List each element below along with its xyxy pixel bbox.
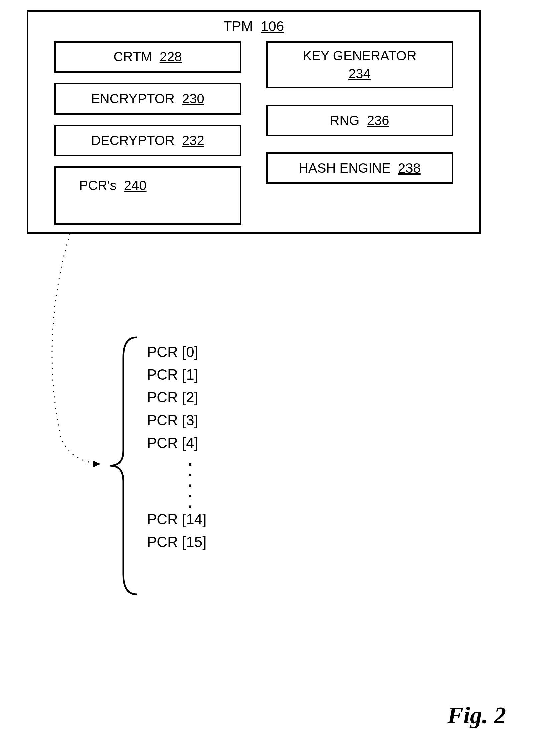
left-column: CRTM 228 ENCRYPTOR 230 DECRYPTOR 232 PCR…	[54, 41, 241, 225]
pcr-item: PCR [3]	[147, 409, 207, 432]
right-column: KEY GENERATOR234 RNG 236 HASH ENGINE 238	[266, 41, 453, 225]
tpm-container: TPM 106 CRTM 228 ENCRYPTOR 230 DECRYPTOR…	[27, 10, 481, 234]
pcr-item: PCR [4]	[147, 432, 207, 454]
module-ref: 238	[398, 161, 421, 175]
module-decryptor: DECRYPTOR 232	[54, 125, 241, 156]
pcr-item: PCR [14]	[147, 508, 207, 531]
module-label: KEY GENERATOR	[303, 48, 416, 63]
pcr-detail-list: PCR [0] PCR [1] PCR [2] PCR [3] PCR [4] …	[147, 341, 207, 553]
pcr-item: PCR [0]	[147, 341, 207, 363]
module-label: ENCRYPTOR	[91, 91, 175, 106]
module-encryptor: ENCRYPTOR 230	[54, 83, 241, 115]
figure-caption: Fig. 2	[447, 702, 506, 729]
module-hash-engine: HASH ENGINE 238	[266, 152, 453, 184]
module-ref: 228	[160, 49, 182, 64]
module-ref: 230	[182, 91, 204, 106]
pcr-item: PCR [15]	[147, 531, 207, 553]
module-rng: RNG 236	[266, 105, 453, 136]
tpm-title-label: TPM	[223, 18, 253, 34]
module-ref: 232	[182, 133, 204, 148]
module-crtm: CRTM 228	[54, 41, 241, 73]
module-label: DECRYPTOR	[91, 133, 175, 148]
module-key-generator: KEY GENERATOR234	[266, 41, 453, 88]
tpm-title: TPM 106	[28, 18, 479, 34]
svg-marker-0	[93, 461, 100, 467]
module-label: HASH ENGINE	[299, 161, 391, 175]
module-ref: 236	[367, 113, 389, 128]
tpm-title-ref: 106	[261, 18, 284, 34]
module-ref: 234	[348, 66, 371, 81]
pcr-item: PCR [1]	[147, 363, 207, 386]
module-label: PCR's	[79, 178, 117, 193]
module-pcrs: PCR's 240	[54, 166, 241, 225]
module-ref: 240	[124, 178, 147, 193]
module-label: RNG	[330, 113, 360, 128]
pcr-item: PCR [2]	[147, 386, 207, 409]
module-label: CRTM	[114, 49, 152, 64]
